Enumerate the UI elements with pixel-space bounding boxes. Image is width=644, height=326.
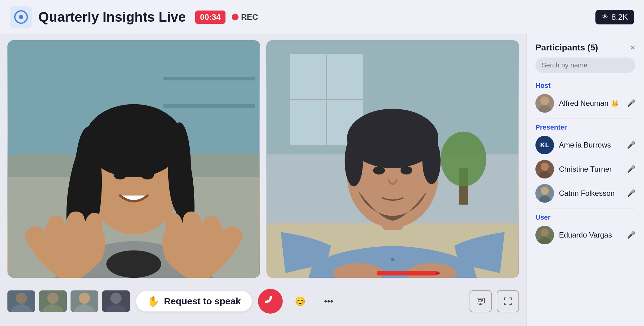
thumbnail-2[interactable] [39,290,67,312]
svg-rect-4 [164,104,255,108]
request-speak-label: Request to speak [164,296,241,307]
avatar-catrin [535,184,554,203]
mic-icon-alfred[interactable]: 🎤 [627,99,635,107]
end-call-button[interactable] [258,289,283,314]
eye-icon: 👁 [602,13,608,21]
main-content: ✋ Request to speak 😊 ••• [0,34,644,326]
avatar-eduardo [535,226,554,244]
logo [10,6,32,28]
more-button[interactable]: ••• [317,290,340,312]
viewers-badge: 👁 8.2K [595,10,634,24]
emoji-button[interactable]: 😊 [289,290,311,312]
video-tile-female [7,40,260,278]
svg-point-51 [540,97,549,105]
svg-point-29 [401,166,412,175]
rec-badge: REC [232,12,258,22]
svg-rect-3 [164,77,255,80]
participant-name-catrin: Catrin Folkesson [559,189,622,198]
close-panel-button[interactable]: × [630,43,635,52]
svg-point-26 [345,136,363,186]
participant-name-alfred: Alfred Neuman 👑 [559,99,622,108]
participant-row-amelia: KL Amelia Burrows 🎤 [535,136,635,154]
request-speak-button[interactable]: ✋ Request to speak [136,291,252,311]
participant-name-amelia: Amelia Burrows [559,141,622,149]
avatar-alfred [535,94,554,113]
svg-rect-49 [478,299,481,302]
toolbar: ✋ Request to speak 😊 ••• [7,283,519,320]
toolbar-center: 😊 ••• [258,289,340,314]
participant-name-christine: Christine Turner [559,165,622,174]
fullscreen-button[interactable] [497,290,519,312]
svg-point-46 [110,293,122,304]
video-tile-male [266,40,519,278]
hand-icon: ✋ [147,295,160,307]
svg-point-20 [441,131,487,186]
video-feeds [7,40,519,278]
screen-share-button[interactable] [470,290,492,312]
participants-list: Host Alfred Neuman 👑 🎤 Presenter [527,79,644,326]
presenter-section-label: Presenter [535,123,635,131]
participant-row: Alfred Neuman 👑 🎤 [535,94,635,113]
svg-point-27 [423,139,441,184]
event-title: Quarterly Insights Live [38,9,186,25]
mic-icon-eduardo[interactable]: 🎤 [627,231,635,239]
search-input[interactable] [542,61,629,69]
participants-panel: Participants (5) × Host Alfred Neum [526,34,644,326]
avatar-amelia: KL [535,136,554,154]
svg-rect-34 [377,271,436,276]
mic-icon-amelia[interactable]: 🎤 [627,141,635,149]
svg-point-60 [541,229,549,237]
divider-2 [535,208,635,208]
crown-icon: 👑 [611,100,619,107]
divider-1 [535,118,635,118]
participant-row-christine: Christine Turner 🎤 [535,160,635,178]
svg-point-43 [79,293,90,304]
svg-point-30 [391,258,395,261]
more-icon: ••• [324,296,333,306]
thumbnail-strip [7,290,130,312]
mic-icon-catrin[interactable]: 🎤 [627,189,635,197]
participant-row-catrin: Catrin Folkesson 🎤 [535,184,635,203]
svg-point-12 [141,170,154,180]
logo-icon [14,10,28,24]
svg-point-54 [541,163,549,171]
timer-badge: 00:34 [195,11,226,24]
svg-point-13 [106,250,161,278]
rec-dot [232,14,238,20]
mic-icon-christine[interactable]: 🎤 [627,165,635,173]
panel-title: Participants (5) [535,43,598,53]
thumbnail-3[interactable] [71,290,98,312]
video-area: ✋ Request to speak 😊 ••• [0,34,526,326]
thumbnail-1[interactable] [7,290,35,312]
svg-point-11 [114,170,127,180]
search-box[interactable] [535,58,635,73]
svg-point-40 [47,293,58,304]
panel-header: Participants (5) × [527,34,644,58]
participant-name-eduardo: Eduardo Vargas [559,231,622,239]
header: Quarterly Insights Live 00:34 REC 👁 8.2K [0,0,644,34]
user-section-label: User [535,213,635,221]
avatar-christine [535,160,554,178]
svg-point-28 [373,166,385,175]
svg-point-57 [541,187,549,195]
host-section-label: Host [535,82,635,90]
participant-row-eduardo: Eduardo Vargas 🎤 [535,226,635,244]
viewers-count: 8.2K [612,12,628,22]
rec-label: REC [241,12,258,22]
thumbnail-4[interactable] [102,290,130,312]
emoji-icon: 😊 [295,296,306,307]
svg-point-37 [16,293,27,304]
toolbar-right [470,290,519,312]
